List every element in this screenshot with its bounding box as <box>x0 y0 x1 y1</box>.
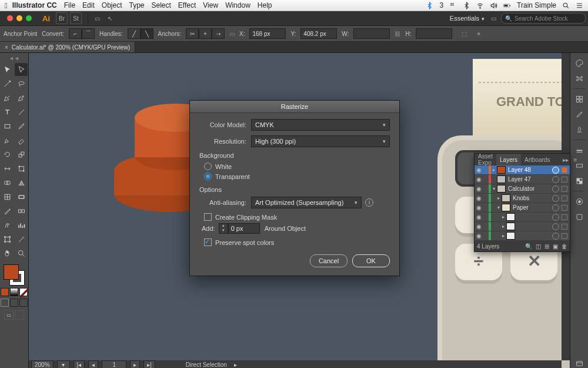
link-xy-icon[interactable]: ▭ <box>229 31 235 37</box>
target-icon[interactable] <box>552 176 559 183</box>
layer-name[interactable]: Paper <box>513 204 550 211</box>
y-field[interactable]: 408.2 px <box>300 28 337 39</box>
visibility-toggle-icon[interactable]: ◉ <box>475 167 483 173</box>
visibility-toggle-icon[interactable]: ◉ <box>475 204 483 211</box>
lasso-tool[interactable] <box>15 77 28 90</box>
zoom-level[interactable]: 200% <box>31 360 54 368</box>
perspective-grid-tool[interactable] <box>15 176 28 189</box>
draw-behind[interactable] <box>10 299 18 307</box>
panel-swatches-icon[interactable] <box>574 94 584 104</box>
x-field[interactable]: 168 px <box>249 28 286 39</box>
menu-file[interactable]: File <box>64 1 75 9</box>
layer-row[interactable]: ◉▸ <box>475 213 570 222</box>
disclosure-icon[interactable]: ▸ <box>496 195 502 201</box>
visibility-toggle-icon[interactable]: ◉ <box>475 185 483 192</box>
magic-wand-tool[interactable] <box>1 77 14 90</box>
target-icon[interactable] <box>552 167 559 174</box>
disclosure-icon[interactable]: ▸ <box>500 233 506 238</box>
visibility-toggle-icon[interactable]: ◉ <box>475 214 483 220</box>
layer-name[interactable]: Knobs <box>513 195 550 201</box>
disclosure-icon[interactable]: ▸ <box>500 214 506 220</box>
layer-row[interactable]: ◉▸Layer 48 <box>475 165 570 175</box>
stock-icon[interactable]: St <box>70 12 82 24</box>
window-close-button[interactable] <box>7 15 13 21</box>
layer-row[interactable]: ◉Layer 47 <box>475 175 570 184</box>
handles-button-1[interactable]: ╱ <box>128 28 141 39</box>
draw-normal[interactable] <box>1 299 9 307</box>
layer-row[interactable]: ◉▸ <box>475 231 570 241</box>
target-icon[interactable] <box>552 204 559 211</box>
w-field[interactable] <box>353 28 390 39</box>
workspace-switcher[interactable]: Essentials <box>450 15 485 22</box>
line-segment-tool[interactable] <box>15 105 28 118</box>
artboard-nav-next[interactable]: ▸ <box>130 360 140 368</box>
search-type-icon[interactable]: ▭ <box>488 13 499 24</box>
app-menu[interactable]: Illustrator CC <box>12 1 57 9</box>
battery-icon[interactable] <box>503 2 511 9</box>
panel-appearance-icon[interactable] <box>574 196 584 207</box>
visibility-toggle-icon[interactable]: ◉ <box>475 176 483 183</box>
paintbrush-tool[interactable] <box>15 120 28 132</box>
zoom-dropdown-icon[interactable]: ▾ <box>57 360 70 368</box>
panel-libraries-icon[interactable] <box>574 358 584 368</box>
menu-object[interactable]: Object <box>102 1 122 9</box>
menu-window[interactable]: Window <box>225 1 250 9</box>
link-wh-icon[interactable]: ⛓ <box>395 31 400 37</box>
curvature-tool[interactable] <box>15 91 28 104</box>
anchors-connect-button[interactable]: ⇢ <box>212 28 225 39</box>
layer-row[interactable]: ◉▾Calculator <box>475 184 570 194</box>
bluetooth-status-icon[interactable] <box>463 2 470 9</box>
apple-menu-icon[interactable]:  <box>5 1 8 10</box>
anchors-add-button[interactable]: ＋ <box>199 28 212 39</box>
shaper-tool[interactable] <box>1 134 14 147</box>
screen-mode-button-2[interactable] <box>15 310 24 320</box>
eyedropper-tool[interactable] <box>1 204 14 217</box>
artboard-number[interactable]: 1 <box>102 360 126 368</box>
convert-smooth-button[interactable]: ⌒ <box>82 28 95 39</box>
fill-swatch[interactable] <box>4 264 19 280</box>
symbol-sprayer-tool[interactable] <box>1 218 14 231</box>
tools-collapse-icon[interactable]: ◄◄ <box>0 55 28 61</box>
spotlight-icon[interactable] <box>562 2 570 9</box>
eraser-tool[interactable] <box>15 134 28 147</box>
disclosure-icon[interactable]: ▾ <box>491 186 497 191</box>
wifi-icon[interactable] <box>476 2 484 9</box>
background-transparent-radio[interactable]: Transparent <box>204 173 390 180</box>
menu-view[interactable]: View <box>203 1 218 9</box>
column-graph-tool[interactable] <box>15 218 28 231</box>
direct-selection-tool[interactable] <box>15 63 28 76</box>
pen-tool[interactable] <box>1 91 14 104</box>
panel-graphic-styles-icon[interactable] <box>574 211 584 222</box>
make-clipping-mask-icon[interactable]: ◫ <box>536 243 541 250</box>
window-maximize-button[interactable] <box>26 15 32 21</box>
cancel-button[interactable]: Cancel <box>310 254 348 267</box>
layer-name[interactable]: Calculator <box>508 185 550 192</box>
selection-tool[interactable] <box>1 63 14 76</box>
artboard-nav-next-last[interactable]: ▸| <box>143 360 155 368</box>
hand-tool-shortcut-icon[interactable]: ↖ <box>105 13 115 24</box>
anchors-remove-button[interactable]: ✂ <box>186 28 199 39</box>
blend-tool[interactable] <box>15 204 28 217</box>
status-mode-dropdown-icon[interactable]: ▸ <box>234 362 237 368</box>
layer-name[interactable]: Layer 47 <box>508 176 550 183</box>
notification-center-icon[interactable] <box>576 2 583 9</box>
volume-icon[interactable] <box>490 2 497 9</box>
handles-button-2[interactable]: ╲ <box>141 28 153 39</box>
color-mode-gradient[interactable] <box>10 288 18 296</box>
new-layer-icon[interactable]: ▣ <box>553 243 558 250</box>
target-icon[interactable] <box>552 233 559 240</box>
hand-tool[interactable] <box>1 247 14 260</box>
menubar-username[interactable]: Train Simple <box>517 1 556 9</box>
new-sublayer-icon[interactable]: ⊞ <box>544 243 549 250</box>
artboard-nav-prev[interactable]: ◂ <box>88 360 98 368</box>
document-tab[interactable]: × Calculator.ai* @ 200% (CMYK/GPU Previe… <box>0 42 135 52</box>
color-mode-solid[interactable] <box>1 288 9 296</box>
ok-button[interactable]: OK <box>352 254 390 267</box>
delete-layer-icon[interactable]: 🗑 <box>562 243 567 250</box>
window-minimize-button[interactable] <box>16 15 22 21</box>
layer-row[interactable]: ◉▾Paper <box>475 203 570 213</box>
add-value-field[interactable]: 0 px <box>228 223 260 234</box>
color-model-select[interactable]: CMYK <box>251 119 390 131</box>
panel-transparency-icon[interactable] <box>574 175 584 186</box>
layer-row[interactable]: ◉▸ <box>475 222 570 231</box>
